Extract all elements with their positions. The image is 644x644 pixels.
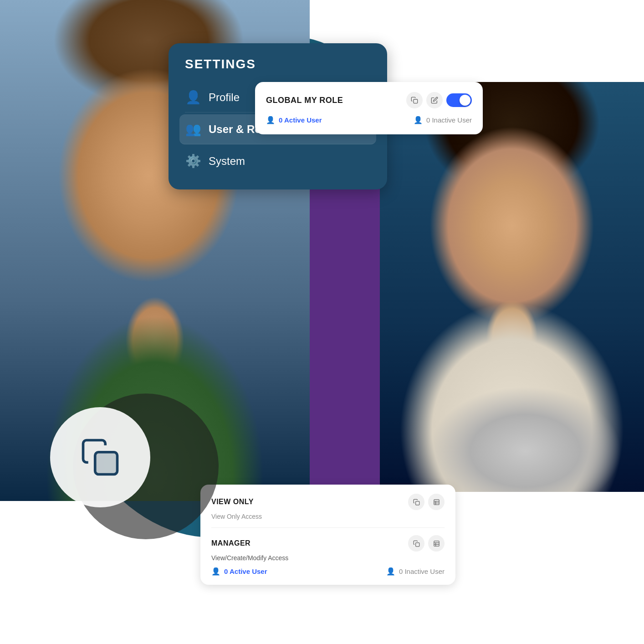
copy-role-button[interactable] <box>406 92 423 108</box>
manager-title: MANAGER <box>211 539 250 547</box>
bottom-cards-container: VIEW ONLY View Only Access <box>200 485 455 585</box>
manager-inactive-count: 0 Inactive User <box>399 567 445 575</box>
svg-rect-0 <box>414 99 418 103</box>
svg-rect-1 <box>95 452 118 475</box>
manager-active-count: 0 Active User <box>224 567 267 575</box>
active-user-icon: 👤 <box>266 116 275 124</box>
inactive-user-icon: 👤 <box>414 116 423 124</box>
global-my-role-card: GLOBAL MY ROLE 👤 0 <box>255 82 483 134</box>
view-only-section: VIEW ONLY View Only Access <box>211 494 445 528</box>
copy-documents-icon <box>80 437 121 478</box>
view-only-header: VIEW ONLY <box>211 494 445 510</box>
active-user-stat: 👤 0 Active User <box>266 116 322 124</box>
view-only-actions <box>408 494 445 510</box>
manager-inactive-icon: 👤 <box>386 567 395 576</box>
edit-role-button[interactable] <box>426 92 443 108</box>
role-card-actions <box>406 92 472 108</box>
active-user-count: 0 Active User <box>279 116 322 124</box>
view-only-title: VIEW ONLY <box>211 498 254 506</box>
manager-inactive-user-stat: 👤 0 Inactive User <box>386 567 445 576</box>
view-only-copy-button[interactable] <box>408 494 424 510</box>
svg-rect-7 <box>415 542 419 546</box>
role-card-header: GLOBAL MY ROLE <box>266 92 472 108</box>
svg-rect-2 <box>415 501 419 505</box>
svg-rect-8 <box>434 541 439 546</box>
inactive-user-stat: 👤 0 Inactive User <box>414 116 472 124</box>
doc-icon-area <box>50 407 150 507</box>
manager-list-button[interactable] <box>428 535 445 552</box>
view-only-list-button[interactable] <box>428 494 445 510</box>
manager-active-user-stat: 👤 0 Active User <box>211 567 267 576</box>
users-roles-icon: 👥 <box>185 122 201 137</box>
settings-title: SETTINGS <box>185 57 371 72</box>
manager-row: MANAGER <box>211 535 445 567</box>
person-right-photo <box>380 82 644 492</box>
role-toggle[interactable] <box>446 93 472 107</box>
manager-actions <box>408 535 445 552</box>
role-stats: 👤 0 Active User 👤 0 Inactive User <box>266 116 472 124</box>
view-only-description: View Only Access <box>211 513 445 520</box>
manager-active-icon: 👤 <box>211 567 220 576</box>
manager-copy-button[interactable] <box>408 535 424 552</box>
manager-description: View/Create/Modify Access <box>211 554 445 562</box>
manager-stats: 👤 0 Active User 👤 0 Inactive User <box>211 567 445 576</box>
manager-section: MANAGER <box>211 528 445 576</box>
settings-system-label: System <box>209 155 245 168</box>
svg-rect-3 <box>434 499 439 504</box>
settings-item-system[interactable]: ⚙️ System <box>185 146 371 176</box>
inactive-user-count: 0 Inactive User <box>426 116 472 124</box>
system-icon: ⚙️ <box>185 153 201 169</box>
manager-header: MANAGER <box>211 535 445 552</box>
settings-profile-label: Profile <box>209 91 240 104</box>
doc-circle <box>50 407 150 507</box>
role-card-title: GLOBAL MY ROLE <box>266 96 343 105</box>
role-cards-bottom-panel: VIEW ONLY View Only Access <box>200 485 455 585</box>
profile-icon: 👤 <box>185 90 201 105</box>
